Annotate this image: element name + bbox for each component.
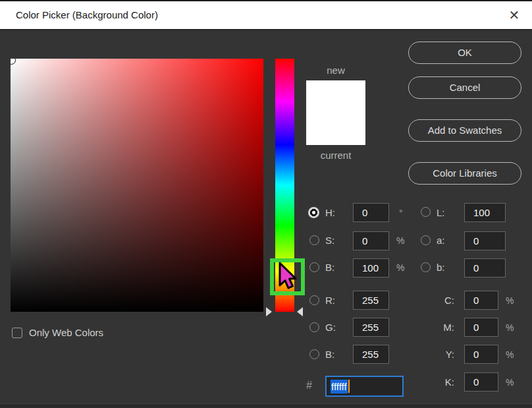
b-hsb-input[interactable] (353, 258, 389, 277)
h-label: H: (325, 206, 335, 219)
titlebar: Color Picker (Background Color) ✕ (0, 0, 532, 30)
r-label: R: (325, 294, 335, 307)
b-lab-input[interactable] (464, 258, 506, 277)
k-label: K: (435, 376, 454, 389)
s-label: S: (325, 234, 334, 247)
l-input[interactable] (464, 203, 506, 222)
b-rgb-input[interactable] (353, 345, 389, 364)
color-field-marker-icon[interactable] (11, 59, 16, 65)
close-icon[interactable]: ✕ (502, 1, 527, 29)
dialog-title: Color Picker (Background Color) (16, 1, 158, 29)
k-input[interactable] (464, 372, 498, 392)
current-label: current (300, 150, 372, 161)
hue-slider[interactable] (275, 59, 294, 312)
new-current-swatch (306, 80, 365, 145)
hex-value-selected-text: ffffff (331, 380, 348, 393)
b-hsb-label: B: (325, 261, 334, 274)
radio-s[interactable] (309, 235, 319, 245)
radio-a[interactable] (421, 235, 431, 245)
new-label: new (300, 65, 372, 76)
b-hsb-unit: % (396, 261, 404, 274)
only-web-colors-label: Only Web Colors (29, 327, 103, 339)
b-lab-label: b: (437, 261, 445, 274)
radio-l[interactable] (421, 207, 431, 217)
cancel-button[interactable]: Cancel (408, 76, 521, 99)
color-picker-dialog: Color Picker (Background Color) ✕ new cu… (0, 0, 532, 408)
radio-r[interactable] (309, 295, 319, 305)
radio-b-hsb[interactable] (309, 262, 319, 272)
m-label: M: (435, 321, 454, 334)
color-field[interactable] (11, 59, 263, 312)
ok-button[interactable]: OK (408, 42, 521, 64)
dialog-bottom-edge (0, 403, 532, 408)
h-input[interactable] (353, 203, 389, 222)
s-input[interactable] (353, 231, 389, 250)
hex-prefix: # (306, 380, 312, 392)
a-label: a: (437, 234, 445, 247)
y-label: Y: (435, 348, 454, 361)
radio-g[interactable] (309, 322, 319, 332)
y-input[interactable] (464, 345, 498, 364)
l-label: L: (437, 206, 445, 219)
c-unit: % (506, 294, 514, 307)
c-label: C: (435, 294, 454, 307)
radio-b-rgb[interactable] (309, 349, 319, 359)
c-input[interactable] (464, 291, 498, 310)
y-unit: % (506, 348, 514, 361)
dialog-body: new current OK Cancel Add to Swatches Co… (0, 30, 532, 408)
hue-slider-handle-right-icon[interactable] (297, 307, 303, 316)
a-input[interactable] (464, 231, 506, 250)
b-rgb-label: B: (325, 348, 334, 361)
radio-h[interactable] (308, 207, 319, 218)
text-caret-icon (348, 380, 350, 393)
g-label: G: (325, 321, 336, 334)
m-input[interactable] (464, 318, 498, 337)
add-to-swatches-button[interactable]: Add to Swatches (408, 119, 521, 142)
k-unit: % (506, 376, 514, 389)
h-unit: ° (399, 206, 403, 219)
radio-b-lab[interactable] (421, 262, 431, 272)
color-libraries-button[interactable]: Color Libraries (408, 162, 521, 185)
m-unit: % (506, 321, 514, 334)
s-unit: % (396, 234, 404, 247)
only-web-colors-checkbox[interactable] (12, 328, 22, 338)
hue-slider-handle-left-icon[interactable] (266, 307, 272, 316)
g-input[interactable] (353, 318, 389, 337)
r-input[interactable] (353, 291, 389, 310)
hex-input[interactable]: ffffff (325, 376, 404, 397)
